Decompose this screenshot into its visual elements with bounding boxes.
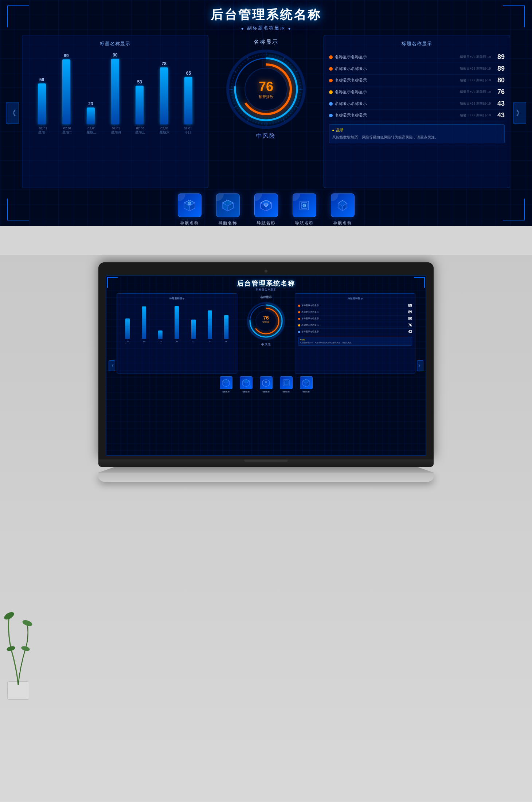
list-score-4: 76 (493, 88, 505, 96)
screen-val-3: 23 (160, 340, 162, 343)
gauge-container: 76 预警指数 (226, 49, 306, 129)
screen-bar-7 (224, 315, 228, 339)
screen-content: 后台管理系统名称 副标题名称显示 《 》 标题名称显示 (106, 275, 426, 456)
screen-nav-5: 导航名称 (300, 376, 313, 393)
list-dot-3 (329, 79, 333, 82)
screen-arrow-right[interactable]: 》 (417, 360, 423, 371)
subtitle: 副标题名称显示 (0, 25, 532, 31)
list-item-4: 名称显示名称显示 辐射日+22 期前日-19 76 (329, 86, 505, 98)
screen-gauge: 76 预警指数 (246, 301, 286, 341)
nav-item-1[interactable]: 导航名称 (178, 193, 202, 226)
screen-note-text: 风控指数增加25，风险等级由低风险转为极高风险，请重点关注。 (300, 341, 410, 344)
note-title: 说明 (332, 128, 501, 133)
screen-list-name-2: 名称显示名称显示 (301, 310, 407, 314)
screen-bar-5 (191, 320, 196, 339)
svg-marker-53 (242, 379, 250, 383)
screen-bars (120, 302, 234, 339)
screen-list-item-4: 名称显示名称显示 76 (298, 322, 412, 329)
bar-group-7: 65 (184, 71, 192, 124)
screen-list-score-1: 89 (408, 304, 412, 308)
center-title: 名称显示 (254, 39, 278, 46)
nav-item-2[interactable]: 导航名称 (216, 193, 240, 226)
screen-nav-box-3 (260, 376, 273, 389)
list-dot-5 (329, 102, 333, 106)
bar-7 (184, 77, 192, 124)
nav-icon-box-1 (178, 193, 202, 217)
list-name-3: 名称显示名称显示 (335, 78, 458, 83)
bar-value-2: 89 (64, 53, 69, 58)
svg-line-14 (234, 106, 236, 108)
svg-rect-57 (284, 381, 288, 385)
nav-icon-box-2 (216, 193, 240, 217)
screen-main: 标题名称显示 56 (117, 293, 415, 373)
list-meta-6: 辐射日+22 期前日-19 (460, 113, 491, 118)
list-meta-4: 辐射日+22 期前日-19 (460, 90, 491, 94)
screen-bar-2 (142, 306, 146, 339)
bar-date-6: 02.01星期六 (160, 126, 169, 135)
svg-point-34 (303, 204, 306, 207)
bar-1 (38, 83, 46, 124)
list-meta-2: 辐射日+22 期前日-19 (460, 66, 491, 71)
svg-point-22 (188, 202, 191, 205)
screen-bar-1 (125, 318, 130, 339)
screen-header: 后台管理系统名称 副标题名称显示 (106, 275, 426, 292)
screen-bar-3 (158, 330, 163, 339)
screen-nav-label-5: 导航名称 (302, 391, 310, 393)
nav-item-3[interactable]: 导航名称 (254, 193, 278, 226)
screen-list-dot-1 (298, 305, 300, 307)
nav-label-3: 导航名称 (257, 220, 275, 226)
nav-label-2: 导航名称 (218, 220, 237, 226)
screen-list-name-4: 名称显示名称显示 (301, 324, 407, 327)
svg-marker-52 (242, 379, 250, 387)
screen-title: 后台管理系统名称 (106, 279, 426, 288)
nav-arrow-left[interactable]: 《 (6, 102, 19, 124)
laptop-hinge (244, 459, 288, 462)
nav-cube-icon-2 (220, 198, 235, 213)
laptop-screen: 后台管理系统名称 副标题名称显示 《 》 标题名称显示 (106, 275, 426, 456)
nav-arrow-right[interactable]: 》 (513, 102, 526, 124)
screen-val-7: 65 (225, 340, 227, 343)
bar-value-1: 56 (39, 77, 44, 82)
nav-cube-icon-4 (297, 198, 312, 213)
screen-list-score-2: 89 (408, 310, 412, 314)
gauge-label: 预警指数 (259, 94, 273, 99)
nav-icon-box-4 (293, 193, 316, 217)
center-panel: 名称显示 (211, 35, 321, 188)
list-score-2: 89 (493, 65, 505, 73)
screen-list-dot-5 (298, 331, 300, 333)
screen-nav-icon-2 (242, 378, 251, 387)
screen-bottom-nav: 导航名称 导航名称 (106, 373, 426, 396)
list-item-5: 名称显示名称显示 辐射日+22 期前日-19 43 (329, 98, 505, 110)
list-item-1: 名称显示名称显示 辐射日+22 期前日-19 89 (329, 51, 505, 63)
bar-3 (87, 107, 95, 124)
note-text: 风控指数增加25，风险等级由低风险转为极高风险，请重点关注。 (332, 134, 501, 140)
bar-6 (160, 67, 168, 124)
bar-date-7: 02.01今日 (184, 126, 192, 135)
svg-point-31 (264, 203, 268, 207)
bar-group-5: 53 (136, 79, 144, 124)
nav-label-1: 导航名称 (180, 220, 199, 226)
screen-nav-icon-5 (302, 378, 311, 387)
nav-item-5[interactable]: 导航名称 (331, 193, 355, 226)
gauge-number: 76 (259, 79, 273, 94)
screen-nav-icon-4 (282, 378, 291, 387)
svg-text:预警指数: 预警指数 (262, 321, 270, 323)
list-score-1: 89 (493, 53, 505, 61)
main-content-area: 标题名称显示 56 89 23 90 (22, 35, 510, 188)
list-dot-4 (329, 90, 333, 94)
bar-group-6: 78 (160, 61, 168, 124)
left-panel-title: 标题名称显示 (27, 40, 203, 47)
screen-gauge-sublabel: 中风险 (261, 343, 271, 347)
svg-marker-59 (302, 379, 310, 383)
screen-nav-4: 导航名称 (280, 376, 293, 393)
bar-date-2: 02.01星期二 (62, 126, 72, 135)
right-panel-title: 标题名称显示 (329, 40, 505, 47)
laptop-frame: 后台管理系统名称 副标题名称显示 《 》 标题名称显示 (98, 262, 434, 482)
bar-value-5: 53 (137, 79, 142, 85)
top-dashboard: 后台管理系统名称 副标题名称显示 《 》 标题名称显示 56 89 23 (0, 0, 532, 226)
nav-item-4[interactable]: 导航名称 (293, 193, 316, 226)
screen-val-6: 78 (208, 340, 211, 343)
screen-left-title: 标题名称显示 (120, 297, 234, 300)
laptop-base (98, 459, 434, 467)
screen-arrow-left[interactable]: 《 (109, 360, 115, 371)
